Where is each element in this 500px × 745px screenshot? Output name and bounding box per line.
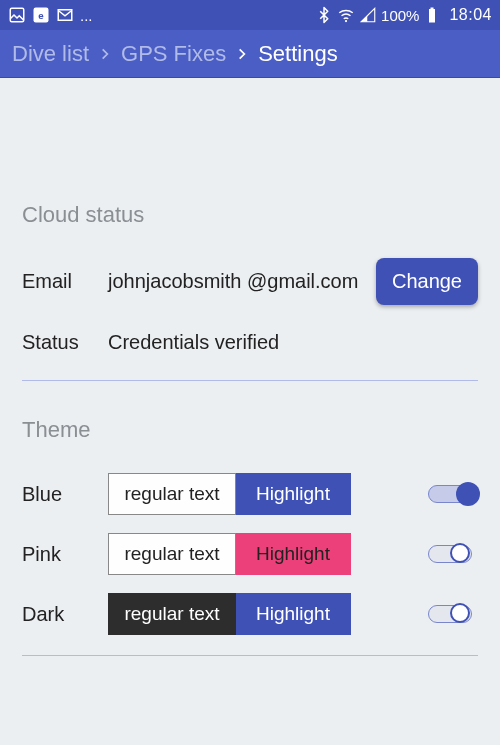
breadcrumb: Dive list GPS Fixes Settings	[0, 30, 500, 78]
status-system-area: 100% 18:04	[315, 6, 492, 24]
swatch-regular: regular text	[108, 473, 236, 515]
theme-row-blue: Blue regular text Highlight	[22, 473, 478, 515]
settings-content: Cloud status Email johnjacobsmith @gmail…	[0, 78, 500, 656]
battery-percent: 100%	[381, 7, 419, 24]
notification-ellipsis: ...	[80, 7, 93, 24]
svg-rect-6	[431, 8, 434, 10]
theme-swatch-dark: regular text Highlight	[108, 593, 351, 635]
cloud-email-row: Email johnjacobsmith @gmail.com Change	[22, 258, 478, 305]
change-button[interactable]: Change	[376, 258, 478, 305]
theme-swatch-blue: regular text Highlight	[108, 473, 351, 515]
svg-text:e: e	[38, 10, 44, 21]
status-label: Status	[22, 331, 108, 354]
swatch-highlight: Highlight	[236, 593, 351, 635]
section-divider	[22, 655, 478, 656]
section-divider	[22, 380, 478, 381]
theme-row-dark: Dark regular text Highlight	[22, 593, 478, 635]
svg-point-4	[345, 20, 347, 22]
status-notification-area: e ...	[8, 6, 93, 24]
email-value: johnjacobsmith @gmail.com	[108, 270, 376, 293]
theme-toggle-blue[interactable]	[428, 482, 478, 506]
cloud-status-row: Status Credentials verified	[22, 331, 478, 354]
swatch-regular: regular text	[108, 533, 236, 575]
chevron-right-icon	[232, 44, 252, 64]
breadcrumb-item-settings[interactable]: Settings	[252, 41, 344, 67]
theme-swatch-pink: regular text Highlight	[108, 533, 351, 575]
battery-icon	[423, 6, 441, 24]
theme-toggle-dark[interactable]	[428, 602, 478, 626]
image-notification-icon	[8, 6, 26, 24]
theme-label-blue: Blue	[22, 483, 108, 506]
svg-rect-5	[429, 9, 435, 23]
section-title-cloud: Cloud status	[22, 202, 478, 228]
mail-notification-icon	[56, 6, 74, 24]
wifi-icon	[337, 6, 355, 24]
swatch-highlight: Highlight	[236, 473, 351, 515]
status-clock: 18:04	[449, 6, 492, 24]
app-notification-icon: e	[32, 6, 50, 24]
svg-rect-0	[10, 8, 24, 22]
theme-label-pink: Pink	[22, 543, 108, 566]
section-title-theme: Theme	[22, 417, 478, 443]
theme-row-pink: Pink regular text Highlight	[22, 533, 478, 575]
breadcrumb-item-gpsfixes[interactable]: GPS Fixes	[115, 41, 232, 67]
android-status-bar: e ... 100% 18:04	[0, 0, 500, 30]
breadcrumb-item-divelist[interactable]: Dive list	[6, 41, 95, 67]
email-label: Email	[22, 270, 108, 293]
swatch-highlight: Highlight	[236, 533, 351, 575]
theme-toggle-pink[interactable]	[428, 542, 478, 566]
theme-label-dark: Dark	[22, 603, 108, 626]
cell-signal-icon	[359, 6, 377, 24]
swatch-regular: regular text	[108, 593, 236, 635]
bluetooth-icon	[315, 6, 333, 24]
status-value: Credentials verified	[108, 331, 478, 354]
chevron-right-icon	[95, 44, 115, 64]
